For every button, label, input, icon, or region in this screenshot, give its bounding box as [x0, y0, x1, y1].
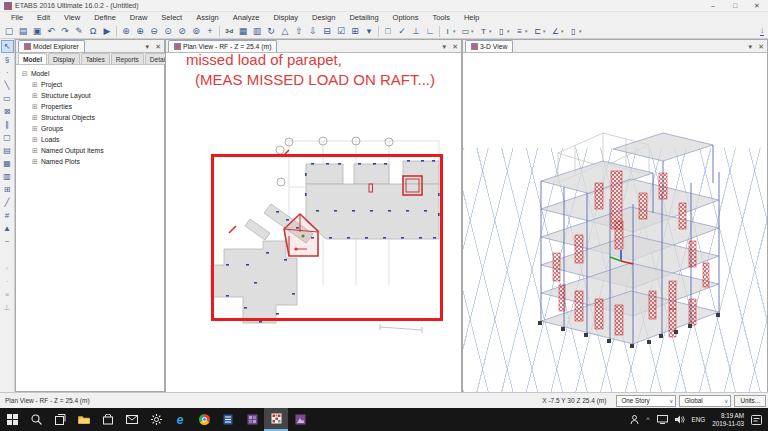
minimize-button[interactable]: – — [702, 0, 724, 11]
column-section-tool[interactable]: ▯▾ — [496, 27, 513, 36]
move-down-story-icon[interactable]: ⇩ — [306, 25, 320, 38]
explorer-close-icon[interactable]: ✕ — [155, 42, 161, 51]
zoom-in-icon[interactable]: ⊕ — [133, 25, 147, 38]
menu-design[interactable]: Design — [305, 12, 342, 24]
volume-icon[interactable] — [675, 415, 685, 424]
menu-view[interactable]: View — [57, 12, 87, 24]
collapse-icon[interactable]: ⊟ — [22, 69, 28, 78]
menu-detailing[interactable]: Detailing — [342, 12, 385, 24]
select-pointer-icon[interactable]: ↖ — [1, 40, 14, 53]
photos-app-button[interactable] — [288, 408, 312, 431]
network-icon[interactable] — [657, 415, 668, 424]
perspective-toggle-icon[interactable]: △ — [278, 25, 292, 38]
draw-wall-icon[interactable]: ▤ — [1, 144, 14, 157]
mail-button[interactable] — [120, 408, 144, 431]
edge-button[interactable]: e — [168, 408, 192, 431]
tree-node-structural-objects[interactable]: ⊞Structural Objects — [22, 112, 164, 123]
menu-edit[interactable]: Edit — [30, 12, 57, 24]
dimension-horizontal-icon[interactable]: ⊥ — [409, 25, 423, 38]
rebar-section-tool[interactable]: ≡▾ — [514, 27, 531, 36]
window-layout-icon[interactable]: ⊞ — [348, 25, 362, 38]
rubber-band-select-icon[interactable]: □ — [381, 25, 395, 38]
tree-node-structure-layout[interactable]: ⊞Structure Layout — [22, 90, 164, 101]
reshape-icon[interactable]: § — [1, 53, 14, 66]
undo-icon[interactable]: ↶ — [44, 25, 58, 38]
close-button[interactable]: ✕ — [746, 0, 768, 11]
quick-floor-icon[interactable]: ▦ — [1, 157, 14, 170]
menu-file[interactable]: File — [4, 12, 30, 24]
tree-node-loads[interactable]: ⊞Loads — [22, 134, 164, 145]
dimension-vertical-icon[interactable]: ∟ — [423, 25, 437, 38]
quick-secondary-beams-icon[interactable]: ∥ — [1, 118, 14, 131]
task-view-button[interactable] — [48, 408, 72, 431]
settings-button[interactable] — [144, 408, 168, 431]
expand-icon[interactable]: ⊞ — [32, 157, 38, 166]
tree-node-properties[interactable]: ⊞Properties — [22, 101, 164, 112]
tree-node-project[interactable]: ⊞Project — [22, 79, 164, 90]
tree-node-model[interactable]: ⊟ Model — [22, 68, 164, 79]
menu-tools[interactable]: Tools — [425, 12, 457, 24]
plan-canvas[interactable] — [166, 53, 461, 392]
taskbar-clock[interactable]: 8:19 AM 2019-11-03 — [712, 412, 744, 427]
model-explorer-tab[interactable]: Model Explorer — [18, 40, 85, 52]
start-button[interactable] — [0, 408, 24, 431]
tree-node-groups[interactable]: ⊞Groups — [22, 123, 164, 134]
units-button[interactable]: Units... — [734, 395, 766, 407]
plan-close-icon[interactable]: ✕ — [452, 42, 458, 51]
rotate-3d-view-icon[interactable]: ↻ — [264, 25, 278, 38]
hidden-icons-chevron[interactable]: ^ — [646, 416, 649, 423]
tree-node-named-plots[interactable]: ⊞Named Plots — [22, 156, 164, 167]
rect-section-tool[interactable]: ▭▾ — [460, 27, 477, 36]
menu-analyze[interactable]: Analyze — [226, 12, 267, 24]
angle-section-tool[interactable]: ∠▾ — [550, 27, 567, 36]
expand-icon[interactable]: ⊞ — [32, 80, 38, 89]
file-explorer-button[interactable] — [72, 408, 96, 431]
pan-icon[interactable]: + — [203, 25, 217, 38]
expand-icon[interactable]: ⊞ — [32, 91, 38, 100]
menu-draw[interactable]: Draw — [123, 12, 155, 24]
zoom-one-step-icon[interactable]: ⊚ — [189, 25, 203, 38]
tiles-app-button[interactable] — [240, 408, 264, 431]
word-button[interactable] — [216, 408, 240, 431]
menu-define[interactable]: Define — [87, 12, 123, 24]
plan-view-tab[interactable]: Plan View - RF - Z = 25.4 (m) — [168, 40, 277, 52]
zoom-rubber-band-icon[interactable]: ⊛ — [119, 25, 133, 38]
run-analysis-icon[interactable]: ▶ — [100, 25, 114, 38]
save-model-icon[interactable]: ▣ — [30, 25, 44, 38]
channel-section-tool[interactable]: ⊏▾ — [532, 27, 549, 36]
tab-reports[interactable]: Reports — [111, 53, 144, 64]
move-up-story-icon[interactable]: ⇧ — [292, 25, 306, 38]
display-options-icon[interactable]: ☑ — [334, 25, 348, 38]
lock-model-icon[interactable]: Ω — [86, 25, 100, 38]
menu-options[interactable]: Options — [386, 12, 426, 24]
touch-keyboard-icon[interactable] — [630, 415, 639, 425]
quick-frame-icon[interactable]: ▭ — [1, 92, 14, 105]
zoom-previous-icon[interactable]: ⊘ — [175, 25, 189, 38]
tab-tables[interactable]: Tables — [81, 53, 110, 64]
view-3d-icon[interactable]: 3-d — [222, 25, 236, 38]
new-model-icon[interactable]: ▢ — [2, 25, 16, 38]
language-indicator[interactable]: ENG — [692, 416, 706, 423]
expand-icon[interactable]: ⊞ — [32, 124, 38, 133]
snap-intersection-icon[interactable]: × — [1, 288, 14, 301]
view-3d-tab[interactable]: 3-D View — [465, 40, 513, 52]
tree-node-named-output-items[interactable]: ⊞Named Output Items — [22, 145, 164, 156]
expand-icon[interactable]: ⊞ — [32, 113, 38, 122]
draw-wave-icon[interactable]: ~ — [1, 235, 14, 248]
quick-wall-icon[interactable]: ▥ — [1, 170, 14, 183]
draw-link-icon[interactable]: ╱ — [1, 196, 14, 209]
menu-help[interactable]: Help — [457, 12, 486, 24]
snap-midpoint-icon[interactable]: ∙ — [1, 275, 14, 288]
draw-ref-plane-icon[interactable]: ▲ — [1, 222, 14, 235]
plan-dropdown-icon[interactable]: ▾ — [443, 42, 447, 51]
coordinate-system-selector[interactable]: Global ∨ — [679, 395, 731, 407]
i-section-tool[interactable]: I▾ — [442, 27, 459, 36]
chrome-button[interactable] — [192, 408, 216, 431]
maximize-button[interactable]: □ — [724, 0, 746, 11]
draw-opening-icon[interactable]: ⊞ — [1, 183, 14, 196]
pier-section-tool[interactable]: ▯▾ — [568, 27, 585, 36]
menu-assign[interactable]: Assign — [189, 12, 226, 24]
etabs-taskbar-button[interactable] — [264, 408, 288, 431]
store-button[interactable] — [96, 408, 120, 431]
plan-view-icon[interactable]: ▦ — [236, 25, 250, 38]
